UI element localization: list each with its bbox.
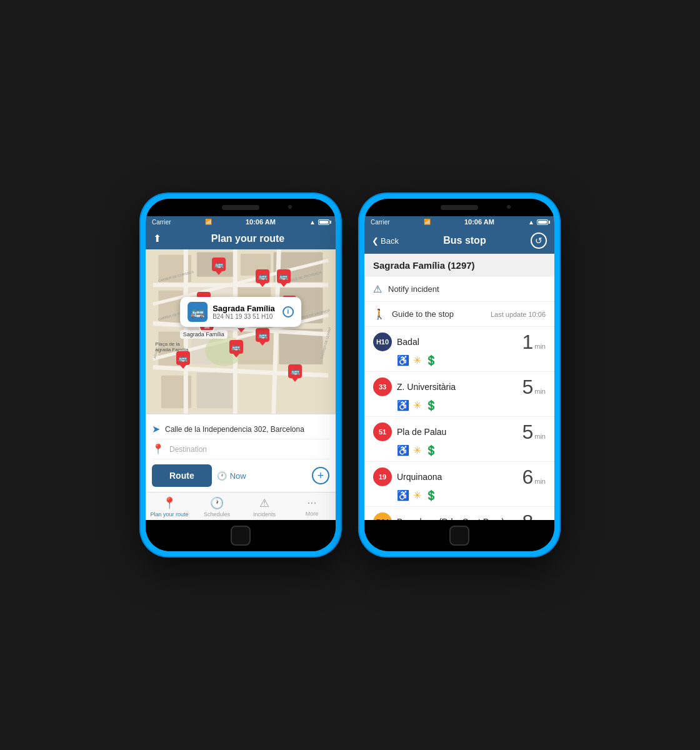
wheelchair-icon-19: ♿ xyxy=(397,489,409,501)
guide-to-stop-row[interactable]: 🚶 Guide to the stop Last update 10:06 xyxy=(364,302,554,327)
svg-rect-14 xyxy=(197,372,235,408)
dollar-icon-51: 💲 xyxy=(425,444,438,456)
popup-stop-name: Sagrada Família xyxy=(212,304,275,313)
tab-more-label: More xyxy=(306,511,319,517)
home-button-1[interactable] xyxy=(231,526,251,546)
phone-2: Carrier 📶 10:06 AM ▲ ❮ Back Bus stop ↺ xyxy=(359,194,559,556)
line-number-51: 51 xyxy=(379,428,386,436)
time-2: 10:06 AM xyxy=(464,218,494,226)
navbar-2: ❮ Back Bus stop ↺ xyxy=(364,228,554,254)
line-badge-51: 51 xyxy=(373,422,392,441)
current-location-text: Calle de la Independencia 302, Barcelona xyxy=(165,425,329,434)
guide-label: Guide to the stop xyxy=(392,309,454,319)
line-badge-h10: H10 xyxy=(373,332,392,351)
destination-51: Pla de Palau xyxy=(397,427,517,437)
mins-label-h10: min xyxy=(534,342,546,350)
mins-label-33: min xyxy=(534,388,546,395)
status-bar-2: Carrier 📶 10:06 AM ▲ xyxy=(364,216,554,228)
map-label-sagrada: Sagrada Família xyxy=(180,330,228,339)
destination-input[interactable]: Destination xyxy=(169,445,329,454)
stop-name: Sagrada Família (1297) xyxy=(373,260,475,271)
bus-row-19: 19 Urquinaona 6 min ♿ ✳ xyxy=(364,462,554,507)
dollar-icon-19: 💲 xyxy=(425,489,438,501)
minutes-33: 5 xyxy=(522,377,533,397)
notify-label: Notify incident xyxy=(388,284,439,294)
mins-label-51: min xyxy=(534,432,546,440)
bus-marker-3[interactable]: 🚌 xyxy=(277,269,291,287)
info-icon[interactable]: i xyxy=(282,306,294,318)
popup-lines: B24 N1 19 33 51 H10 xyxy=(212,313,275,320)
tab-incidents-icon: ⚠ xyxy=(259,496,269,510)
features-51: ♿ ✳ 💲 xyxy=(397,444,546,456)
wheelchair-icon-33: ♿ xyxy=(397,399,409,411)
features-33: ♿ ✳ 💲 xyxy=(397,399,546,411)
mins-label-19: min xyxy=(534,478,546,485)
bus-row-33: 33 Z. Universitària 5 min ♿ ✳ xyxy=(364,372,554,417)
bus-marker-5[interactable]: 🚌 xyxy=(256,328,269,346)
bus-list: H10 Badal 1 min ♿ ✳ xyxy=(364,327,554,520)
tab-plan-icon: 📍 xyxy=(162,496,176,510)
tab-plan-route[interactable]: 📍 Plan your route xyxy=(146,496,193,518)
features-19: ♿ ✳ 💲 xyxy=(397,489,546,501)
destination-row[interactable]: 📍 Destination xyxy=(152,439,329,459)
home-button-2[interactable] xyxy=(449,526,469,546)
bus-marker-6[interactable]: 🚌 xyxy=(229,340,243,358)
notify-incident-row[interactable]: ⚠ Notify incident xyxy=(364,277,554,302)
dollar-icon-h10: 💲 xyxy=(425,354,438,366)
minutes-b24: 8 xyxy=(522,512,533,520)
line-number-19: 19 xyxy=(379,473,386,481)
route-button[interactable]: Route xyxy=(152,464,212,487)
map-area[interactable]: CARRER DE PROVENÇA CARRER DE VALÈNCIA CA… xyxy=(146,249,336,414)
back-button[interactable]: ❮ Back xyxy=(372,236,399,246)
nav-arrow-icon[interactable]: ⬆ xyxy=(153,232,161,244)
destination-19: Urquinaona xyxy=(397,472,517,482)
line-badge-33: 33 xyxy=(373,378,392,396)
tab-schedules[interactable]: 🕐 Schedules xyxy=(193,496,241,518)
refresh-button[interactable]: ↺ xyxy=(531,232,547,249)
bus-row-51: 51 Pla de Palau 5 min ♿ ✳ xyxy=(364,417,554,462)
destination-pin-icon: 📍 xyxy=(152,443,164,455)
line-badge-19: 19 xyxy=(373,468,392,486)
bus-stop-popup[interactable]: 🚌 Sagrada Família B24 N1 19 33 51 H10 i xyxy=(180,297,301,327)
chevron-left-icon: ❮ xyxy=(372,236,379,246)
tab-schedules-icon: 🕐 xyxy=(210,496,224,510)
now-button[interactable]: 🕐 Now xyxy=(217,471,246,481)
location-icon-2: ▲ xyxy=(528,219,534,226)
carrier-1: Carrier xyxy=(152,219,171,226)
star-icon-33: ✳ xyxy=(413,399,421,411)
bus-marker-1[interactable]: 🚌 xyxy=(212,258,226,275)
location-arrow-icon: ➤ xyxy=(152,423,160,435)
bus-marker-8[interactable]: 🚌 xyxy=(288,364,302,382)
navbar-1: ⬆ Plan your route xyxy=(146,228,336,249)
line-number-h10: H10 xyxy=(376,338,389,346)
current-location-row: ➤ Calle de la Independencia 302, Barcelo… xyxy=(152,419,329,439)
page-title-1: Plan your route xyxy=(168,233,328,244)
line-badge-b24: B24 xyxy=(373,512,392,520)
carrier-2: Carrier xyxy=(371,219,390,226)
tab-bar-1: 📍 Plan your route 🕐 Schedules ⚠ Incident… xyxy=(146,492,336,520)
bus-marker-2[interactable]: 🚌 xyxy=(256,269,269,287)
star-icon-51: ✳ xyxy=(413,444,421,456)
notify-icon: ⚠ xyxy=(373,283,382,295)
bus-marker-7[interactable]: 🚌 xyxy=(176,351,190,369)
minutes-19: 6 xyxy=(522,467,533,487)
tab-incidents[interactable]: ⚠ Incidents xyxy=(241,496,288,518)
tab-more[interactable]: ··· More xyxy=(288,496,336,518)
walking-icon: 🚶 xyxy=(373,308,386,320)
stop-name-bar: Sagrada Família (1297) xyxy=(364,254,554,277)
features-h10: ♿ ✳ 💲 xyxy=(397,354,546,366)
popup-bus-icon: 🚌 xyxy=(188,302,208,322)
dollar-icon-33: 💲 xyxy=(425,399,438,411)
last-update: Last update 10:06 xyxy=(491,311,546,318)
star-icon-h10: ✳ xyxy=(413,354,421,366)
bus-row-h10: H10 Badal 1 min ♿ ✳ xyxy=(364,327,554,372)
bus-stop-content: Sagrada Família (1297) ⚠ Notify incident… xyxy=(364,254,554,520)
destination-33: Z. Universitària xyxy=(397,382,517,392)
clock-icon: 🕐 xyxy=(217,471,227,481)
phone-1: Carrier 📶 10:06 AM ▲ ⬆ Plan your route xyxy=(141,194,341,556)
add-button[interactable]: + xyxy=(312,467,329,484)
tab-plan-label: Plan your route xyxy=(150,511,188,518)
tab-incidents-label: Incidents xyxy=(253,511,276,518)
star-icon-19: ✳ xyxy=(413,489,421,501)
destination-h10: Badal xyxy=(397,337,517,347)
